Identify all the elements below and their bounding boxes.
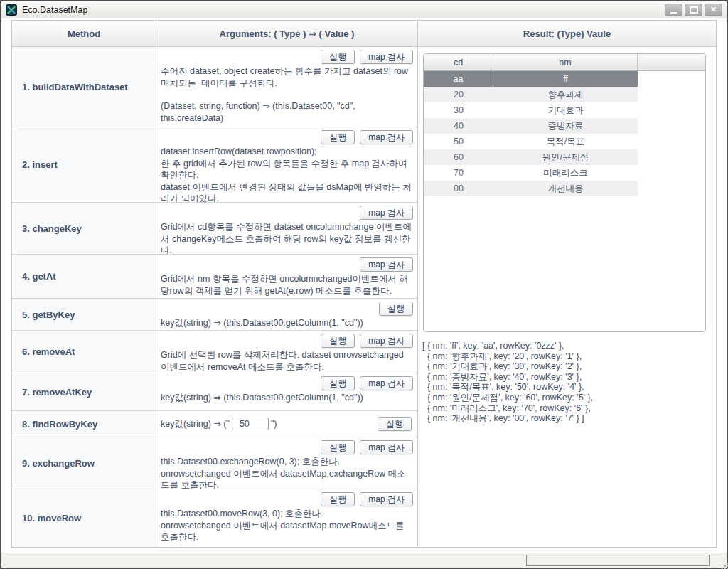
map-check-button[interactable]: map 검사 <box>360 492 413 506</box>
method-table: Method Arguments: ( Type ) ⇒ ( Value ) R… <box>11 20 717 548</box>
key-input[interactable] <box>232 418 269 430</box>
arguments-cell: 실행 map 검사 dataset.insertRow(dataset.rowp… <box>156 127 418 202</box>
run-button[interactable]: 실행 <box>321 376 355 390</box>
table-row: 6. removeAt 실행 map 검사 Grid에 선택된 row를 삭제처… <box>12 331 419 373</box>
header-result: Result: (Type) Vaule <box>418 21 716 46</box>
method-description: Grid에서 cd항목를 수정하면 dataset oncolumnchange… <box>161 221 413 255</box>
content-area: Method Arguments: ( Type ) ⇒ ( Value ) R… <box>1 18 727 553</box>
method-description: this.Dataset00.moveRow(3, 0); 호출한다. onro… <box>161 508 413 543</box>
table-row: 8. findRowByKey key값(string) ⇒ (" ") 실행 <box>12 411 419 437</box>
arguments-cell: key값(string) ⇒ (" ") 실행 <box>156 411 418 437</box>
table-row: 5. getByKey 실행 key값(string) ⇒ (this.Data… <box>12 299 419 331</box>
arguments-cell: map 검사 Grid에서 nm 항목을 수정하면 oncolumnchange… <box>156 255 418 298</box>
method-name: 1. buildDataWithDataset <box>12 47 156 127</box>
table-row: 9. exchangeRow 실행 map 검사 this.Dataset00.… <box>12 437 419 489</box>
method-name: 2. insert <box>12 127 156 202</box>
minimize-icon <box>670 12 677 14</box>
method-name: 5. getByKey <box>12 299 156 330</box>
window-title: Eco.DatasetMap <box>22 5 87 15</box>
maximize-button[interactable] <box>685 4 702 16</box>
arguments-cell: map 검사 Grid에서 cd항목를 수정하면 dataset oncolum… <box>156 203 418 254</box>
grid-row[interactable]: 00 개선내용 <box>424 181 638 196</box>
method-description: 주어진 dataset, object create하는 함수를 가지고 dat… <box>161 65 413 89</box>
grid-row[interactable]: 70 미래리스크 <box>424 165 638 181</box>
method-name: 7. removeAtKey <box>12 373 156 410</box>
table-row: 1. buildDataWithDataset 실행 map 검사 주어진 da… <box>12 47 419 127</box>
key-input-suffix: ") <box>271 419 277 429</box>
grid-row[interactable]: 20 향후과제 <box>424 87 638 102</box>
window-controls: ✕ <box>665 4 722 16</box>
dataset-grid: cd nm aa ff 20 향후과제 30 기 <box>423 53 706 332</box>
grid-header-row: cd nm <box>424 54 705 71</box>
grid-row[interactable]: 30 기대효과 <box>424 102 638 118</box>
table-row: 7. removeAtKey 실행 map 검사 key값(string) ⇒ … <box>12 373 419 411</box>
run-button[interactable]: 실행 <box>321 492 355 506</box>
method-name: 8. findRowByKey <box>12 411 156 437</box>
method-description: key값(string) ⇒ (this.Dataset00.getColumn… <box>161 317 413 329</box>
status-input[interactable] <box>526 555 710 566</box>
map-check-button[interactable]: map 검사 <box>360 440 413 454</box>
status-bar <box>1 553 727 568</box>
method-rows: 1. buildDataWithDataset 실행 map 검사 주어진 da… <box>12 47 419 547</box>
table-header-row: Method Arguments: ( Type ) ⇒ ( Value ) R… <box>12 21 716 47</box>
map-check-button[interactable]: map 검사 <box>360 206 413 220</box>
close-icon: ✕ <box>710 6 717 14</box>
header-method: Method <box>12 21 156 46</box>
method-signature: (Dataset, string, function) ⇒ (this.Data… <box>161 100 413 124</box>
key-input-prefix: key값(string) ⇒ (" <box>161 418 230 430</box>
method-name: 6. removeAt <box>12 331 156 373</box>
map-check-button[interactable]: map 검사 <box>360 257 413 272</box>
arguments-cell: 실행 key값(string) ⇒ (this.Dataset00.getCol… <box>156 299 418 330</box>
map-check-button[interactable]: map 검사 <box>360 376 413 390</box>
app-icon <box>6 4 17 16</box>
run-button[interactable]: 실행 <box>321 334 355 348</box>
result-panel: cd nm aa ff 20 향후과제 30 기 <box>419 47 716 547</box>
grid-row[interactable]: 50 목적/목표 <box>424 134 638 149</box>
maximize-icon <box>690 6 698 14</box>
arguments-cell: 실행 map 검사 this.Dataset00.moveRow(3, 0); … <box>156 489 418 547</box>
table-row: 3. changeKey map 검사 Grid에서 cd항목를 수정하면 da… <box>12 203 419 255</box>
map-check-button[interactable]: map 검사 <box>360 334 413 348</box>
arguments-cell: 실행 map 검사 Grid에 선택된 row를 삭제처리한다. dataset… <box>156 331 418 373</box>
run-button[interactable]: 실행 <box>379 302 413 316</box>
method-description: this.Dataset00.exchangeRow(0, 3); 호출한다. … <box>161 456 413 489</box>
table-row: 2. insert 실행 map 검사 dataset.insertRow(da… <box>12 127 419 203</box>
grid-row-selected[interactable]: aa ff <box>424 71 638 87</box>
method-description: Grid에 선택된 row를 삭제처리한다. dataset onrowsetc… <box>161 349 413 373</box>
table-row: 4. getAt map 검사 Grid에서 nm 항목을 수정하면 oncol… <box>12 255 419 299</box>
method-name: 4. getAt <box>12 255 156 298</box>
run-button[interactable]: 실행 <box>321 50 355 64</box>
method-description: Grid에서 nm 항목을 수정하면 oncolumnchanged이벤트에서 … <box>161 273 413 297</box>
method-name: 9. exchangeRow <box>12 437 156 489</box>
minimize-button[interactable] <box>665 4 682 16</box>
map-check-button[interactable]: map 검사 <box>360 130 413 144</box>
arguments-cell: 실행 map 검사 this.Dataset00.exchangeRow(0, … <box>156 437 418 489</box>
run-button[interactable]: 실행 <box>321 130 355 144</box>
title-bar: Eco.DatasetMap ✕ <box>1 1 727 18</box>
arguments-cell: 실행 map 검사 주어진 dataset, object create하는 함… <box>156 47 418 127</box>
method-description: dataset.insertRow(dataset.rowposition); … <box>161 146 413 203</box>
arguments-cell: 실행 map 검사 key값(string) ⇒ (this.Dataset00… <box>156 373 418 410</box>
grid-column-cd[interactable]: cd <box>424 54 493 70</box>
method-name: 10. moveRow <box>12 489 156 547</box>
method-name: 3. changeKey <box>12 203 156 254</box>
run-button[interactable]: 실행 <box>321 440 355 454</box>
map-check-button[interactable]: map 검사 <box>360 50 413 64</box>
map-output-text: [ { nm: 'ff', key: 'aa', rowKey: '0zzz' … <box>422 341 716 424</box>
grid-row[interactable]: 40 증빙자료 <box>424 118 638 134</box>
grid-row[interactable]: 60 원인/문제점 <box>424 149 638 165</box>
table-row: 10. moveRow 실행 map 검사 this.Dataset00.mov… <box>12 489 419 547</box>
resize-grip-icon[interactable] <box>722 563 723 564</box>
close-button[interactable]: ✕ <box>705 4 722 16</box>
header-arguments: Arguments: ( Type ) ⇒ ( Value ) <box>156 21 418 46</box>
app-window: Eco.DatasetMap ✕ Method Arguments: ( Typ… <box>0 0 728 569</box>
method-description: key값(string) ⇒ (this.Dataset00.getColumn… <box>161 392 413 404</box>
run-button[interactable]: 실행 <box>378 417 412 431</box>
grid-column-nm[interactable]: nm <box>493 54 638 70</box>
